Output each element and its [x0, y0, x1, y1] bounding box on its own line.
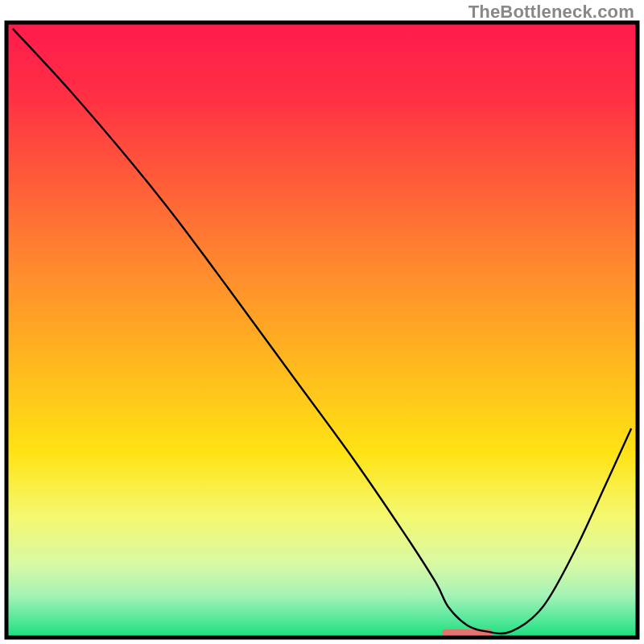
bottleneck-chart [0, 0, 644, 644]
watermark-text: TheBottleneck.com [469, 2, 634, 23]
plot-background [6, 23, 638, 638]
